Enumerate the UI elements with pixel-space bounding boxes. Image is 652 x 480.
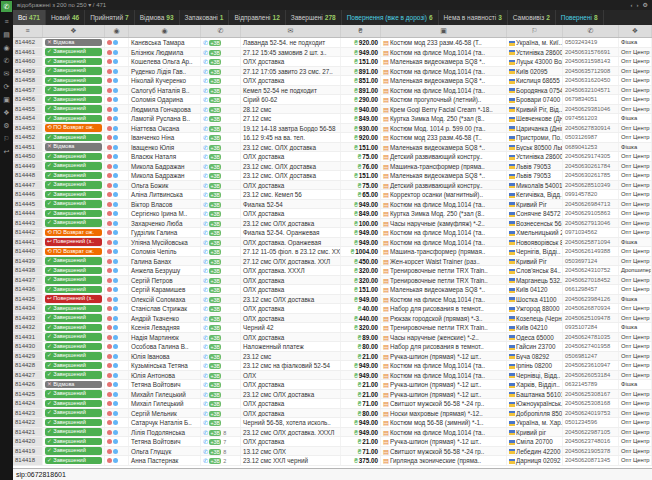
phone-icon[interactable]: ✆ xyxy=(203,382,208,388)
region-cell[interactable]: Київ 04120 xyxy=(507,285,563,294)
order-id[interactable]: 814448 xyxy=(13,171,43,180)
callback-chip[interactable]: +ЗВ xyxy=(209,126,221,132)
phone-icon[interactable]: ✆ xyxy=(203,88,208,94)
order-comment[interactable]: ОЛХ доставка xyxy=(241,181,341,190)
order-row[interactable]: 814440 ПО Возврат ож. Соломія Чепіль ✆+З… xyxy=(13,247,652,257)
order-comment[interactable]: 27.12 15:45 замовив 2 шт. з.. xyxy=(241,48,341,57)
order-id[interactable]: 814442 xyxy=(13,228,43,237)
region-cell[interactable]: Хмельницький 2.. xyxy=(507,228,563,237)
product-cell[interactable]: ▤Костюм на флисе Мод.1014 (та.. xyxy=(381,361,507,370)
order-comment[interactable]: 27.12 11-05 фіол. в 23.12 смс. ХХЛ xyxy=(241,247,341,256)
phone-or-ttn[interactable]: 0935107284 xyxy=(563,323,619,332)
phone-icon[interactable]: ✆ xyxy=(203,173,208,179)
product-cell[interactable]: ▤Ручка-шпион (прямая) *-12 шт.. xyxy=(381,380,507,389)
region-cell[interactable]: Шостка 41100 xyxy=(507,295,563,304)
order-id[interactable]: 814434 xyxy=(13,304,43,313)
region-cell[interactable]: Україна, м. Хар.. xyxy=(507,418,563,427)
order-row[interactable]: 814431 Завершений Надія Мартинюк ✆+ЗВ ОЛ… xyxy=(13,333,652,343)
order-comment[interactable]: 27.12 смс xyxy=(241,114,341,123)
order-id[interactable]: 814419 xyxy=(13,447,43,456)
status-tab[interactable]: Всі471 xyxy=(13,10,46,25)
status-tab[interactable]: Новий46 xyxy=(46,10,85,25)
order-status-cell[interactable]: Завершений xyxy=(43,437,105,446)
phone-icon[interactable]: ✆ xyxy=(203,268,208,274)
callback-chip[interactable]: +ЗВ xyxy=(209,458,221,464)
order-status-cell[interactable]: Повернений (з.. xyxy=(43,238,105,247)
col-menu[interactable]: ≡ xyxy=(13,25,43,37)
callback-chip[interactable]: +ЗВ xyxy=(209,211,221,217)
product-cell[interactable]: ▤Детский развивающий констру.. xyxy=(381,181,507,190)
order-row[interactable]: 814455 Завершений Людмила Гончарова ✆+ЗВ… xyxy=(13,105,652,115)
phone-icon[interactable]: ✆ xyxy=(203,306,208,312)
phone-or-ttn[interactable]: 20450631576691 xyxy=(563,48,619,57)
logout-icon[interactable]: ↩ xyxy=(0,145,13,158)
phone-icon[interactable]: ✆ xyxy=(203,50,208,56)
product-cell[interactable]: ▤Куртка Зимка Мод. 250 (*зал (8.. xyxy=(381,209,507,218)
region-cell[interactable]: Кривий Ріг xyxy=(507,200,563,209)
client-name[interactable]: Михайл Гилецький xyxy=(129,390,201,399)
order-status-cell[interactable]: Завершений xyxy=(43,171,105,180)
region-cell[interactable]: Київ 04210 xyxy=(507,323,563,332)
col-comment[interactable]: ✉ xyxy=(241,25,341,37)
phone-icon[interactable]: ✆ xyxy=(203,287,208,293)
phone-or-ttn[interactable]: 0661298457 xyxy=(563,285,619,294)
product-cell[interactable]: ▤Костюм мод 233 разм.46-58 (Т.. xyxy=(381,38,507,47)
product-cell[interactable]: ▤Костюм на флисе Мод.1014 (та.. xyxy=(381,67,507,76)
phone-or-ttn[interactable]: 20450627401958 xyxy=(563,342,619,351)
order-row[interactable]: 814449 Завершений Микола Бадражан ✆+ЗВ 2… xyxy=(13,162,652,172)
product-cell[interactable]: ▤Костюм прогулочный (летний).. xyxy=(381,95,507,104)
order-comment[interactable]: 23.12 смс ОЛХ доставка xyxy=(241,219,341,228)
order-id[interactable]: 814420 xyxy=(13,437,43,446)
phone-icon[interactable]: ✆ xyxy=(203,135,208,141)
order-status-cell[interactable]: Завершений xyxy=(43,361,105,370)
order-row[interactable]: 814457 Завершений Салогуб Наталія В.. ✆+… xyxy=(13,86,652,96)
phone-or-ttn[interactable]: 20450626149388 xyxy=(563,247,619,256)
order-comment[interactable]: Фиалка 52-54 xyxy=(241,200,341,209)
order-status-cell[interactable]: Завершений xyxy=(43,371,105,380)
client-name[interactable]: Тетяна Войтович xyxy=(129,437,201,446)
region-cell[interactable]: Кривий ріг xyxy=(507,428,563,437)
order-comment[interactable]: 23.12 смс ОЛХ доставка. ХХХЛ xyxy=(241,428,341,437)
phone-or-ttn[interactable]: 0991457820 xyxy=(563,190,619,199)
callback-chip[interactable]: +ЗВ xyxy=(209,164,221,170)
region-cell[interactable]: Одеса 65000 xyxy=(507,333,563,342)
order-row[interactable]: 814419 Завершений Ольга Глущук ✆+ЗВ8 13.… xyxy=(13,447,652,457)
phone-icon[interactable]: ✆ xyxy=(203,164,208,170)
client-name[interactable]: Ніколай Кучеренко xyxy=(129,76,201,85)
order-row[interactable]: 814445 Завершений Віктор Власов ✆+ЗВ Фиа… xyxy=(13,200,652,210)
order-row[interactable]: 814454 Завершений Ламотій Руслана В.. ✆+… xyxy=(13,114,652,124)
client-name[interactable]: Надія Мартинюк xyxy=(129,333,201,342)
phone-or-ttn[interactable]: 20450623984126 xyxy=(563,295,619,304)
callback-chip[interactable]: +ЗВ xyxy=(209,363,221,369)
order-row[interactable]: 814452 Завершений Іванченко Ніна ✆+ЗВ 16… xyxy=(13,133,652,143)
order-comment[interactable]: ОЛХ доставка xyxy=(241,76,341,85)
product-cell[interactable]: ▤Жен-корсет Waist Trainer (раз.. xyxy=(381,257,507,266)
callback-chip[interactable]: +ЗВ xyxy=(209,202,221,208)
order-row[interactable]: 814461 Завершений Блізнюк Людмила ✆+ЗВ 2… xyxy=(13,48,652,58)
order-comment[interactable]: ОЛХ доставка xyxy=(241,209,341,218)
callback-chip[interactable]: +ЗВ xyxy=(209,373,221,379)
order-row[interactable]: 814428 Завершений Кузьмінська Тетяна ✆+З… xyxy=(13,361,652,371)
client-name[interactable]: Лілія Подолянська xyxy=(129,428,201,437)
phone-icon[interactable]: ✆ xyxy=(203,221,208,227)
order-status-cell[interactable]: Відмова xyxy=(43,380,105,389)
order-status-cell[interactable]: Завершений xyxy=(43,352,105,361)
order-comment[interactable]: ОЛХ доставка xyxy=(241,399,341,408)
order-comment[interactable]: ОЛХ доставка xyxy=(241,152,341,161)
order-status-cell[interactable]: Завершений xyxy=(43,67,105,76)
status-tab[interactable]: Завершені278 xyxy=(286,10,342,25)
phone-or-ttn[interactable]: 20450630261785 xyxy=(563,171,619,180)
order-id[interactable]: 814460 xyxy=(13,57,43,66)
phone-or-ttn[interactable]: 20450623748016 xyxy=(563,437,619,446)
region-cell[interactable]: Сміла 20700 xyxy=(507,437,563,446)
client-name[interactable]: Михаіл Гилецький xyxy=(129,399,201,408)
callback-chip[interactable]: +ЗВ xyxy=(209,278,221,284)
product-cell[interactable]: ▤Набор для рисования в темнот.. xyxy=(381,304,507,313)
region-cell[interactable]: Слов'янськ 84.. xyxy=(507,266,563,275)
order-status-cell[interactable]: Завершений xyxy=(43,390,105,399)
order-status-cell[interactable]: Завершений xyxy=(43,456,105,465)
col-product[interactable]: ▣ xyxy=(381,25,507,37)
order-row[interactable]: 814430 Завершений Особова Галина В.. ✆+З… xyxy=(13,342,652,352)
callback-chip[interactable]: +ЗВ xyxy=(209,382,221,388)
region-cell[interactable]: Вознесенськ 56.. xyxy=(507,219,563,228)
